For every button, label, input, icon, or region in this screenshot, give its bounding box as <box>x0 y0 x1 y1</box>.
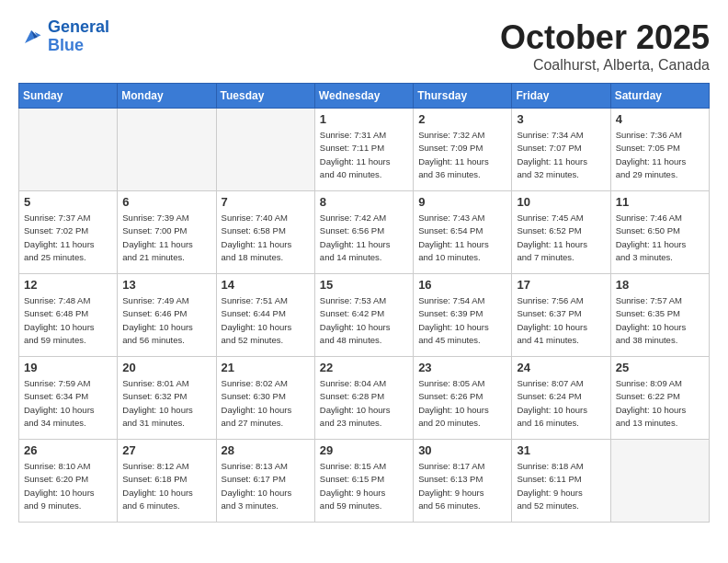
weekday-header-thursday: Thursday <box>414 84 512 109</box>
day-number: 14 <box>222 278 310 292</box>
day-number: 5 <box>24 195 112 209</box>
day-number: 9 <box>418 195 506 209</box>
calendar-cell: 19Sunrise: 7:59 AM Sunset: 6:34 PM Dayli… <box>19 357 118 440</box>
calendar-cell: 20Sunrise: 8:01 AM Sunset: 6:32 PM Dayli… <box>118 357 216 440</box>
calendar-cell: 21Sunrise: 8:02 AM Sunset: 6:30 PM Dayli… <box>216 357 314 440</box>
cell-info: Sunrise: 8:01 AM Sunset: 6:32 PM Dayligh… <box>122 377 210 430</box>
day-number: 6 <box>122 195 210 209</box>
cell-info: Sunrise: 8:15 AM Sunset: 6:15 PM Dayligh… <box>320 460 408 512</box>
weekday-header-monday: Monday <box>118 84 216 109</box>
weekday-header-saturday: Saturday <box>610 84 709 109</box>
calendar-cell: 22Sunrise: 8:04 AM Sunset: 6:28 PM Dayli… <box>314 357 413 440</box>
calendar-cell <box>216 109 314 191</box>
logo: General Blue <box>18 18 109 55</box>
weekday-header-friday: Friday <box>512 84 610 109</box>
page-header: General Blue October 2025 Coalhurst, Alb… <box>18 18 710 74</box>
cell-info: Sunrise: 8:02 AM Sunset: 6:30 PM Dayligh… <box>222 377 310 430</box>
day-number: 12 <box>24 278 112 292</box>
cell-info: Sunrise: 7:34 AM Sunset: 7:07 PM Dayligh… <box>517 129 605 181</box>
cell-info: Sunrise: 7:40 AM Sunset: 6:58 PM Dayligh… <box>222 212 310 264</box>
week-row-5: 26Sunrise: 8:10 AM Sunset: 6:20 PM Dayli… <box>19 440 710 523</box>
cell-info: Sunrise: 8:17 AM Sunset: 6:13 PM Dayligh… <box>418 460 506 512</box>
calendar-cell: 7Sunrise: 7:40 AM Sunset: 6:58 PM Daylig… <box>216 191 314 274</box>
calendar-cell: 30Sunrise: 8:17 AM Sunset: 6:13 PM Dayli… <box>414 440 512 523</box>
day-number: 29 <box>320 443 408 457</box>
day-number: 24 <box>517 361 605 374</box>
calendar-cell: 29Sunrise: 8:15 AM Sunset: 6:15 PM Dayli… <box>314 440 413 523</box>
month-title: October 2025 <box>500 18 710 57</box>
calendar-cell: 31Sunrise: 8:18 AM Sunset: 6:11 PM Dayli… <box>512 440 610 523</box>
cell-info: Sunrise: 8:04 AM Sunset: 6:28 PM Dayligh… <box>320 377 408 430</box>
day-number: 19 <box>24 361 112 374</box>
calendar-cell: 9Sunrise: 7:43 AM Sunset: 6:54 PM Daylig… <box>414 191 512 274</box>
title-block: October 2025 Coalhurst, Alberta, Canada <box>500 18 710 74</box>
calendar-cell: 4Sunrise: 7:36 AM Sunset: 7:05 PM Daylig… <box>610 109 709 191</box>
cell-info: Sunrise: 8:07 AM Sunset: 6:24 PM Dayligh… <box>517 377 605 430</box>
day-number: 2 <box>418 112 506 126</box>
cell-info: Sunrise: 7:37 AM Sunset: 7:02 PM Dayligh… <box>24 212 112 264</box>
location: Coalhurst, Alberta, Canada <box>500 57 710 74</box>
cell-info: Sunrise: 7:39 AM Sunset: 7:00 PM Dayligh… <box>122 212 210 264</box>
calendar-cell <box>610 440 709 523</box>
cell-info: Sunrise: 7:42 AM Sunset: 6:56 PM Dayligh… <box>320 212 408 264</box>
cell-info: Sunrise: 8:10 AM Sunset: 6:20 PM Dayligh… <box>24 460 112 512</box>
cell-info: Sunrise: 8:12 AM Sunset: 6:18 PM Dayligh… <box>122 460 210 512</box>
day-number: 22 <box>320 361 408 374</box>
cell-info: Sunrise: 7:49 AM Sunset: 6:46 PM Dayligh… <box>122 294 210 347</box>
cell-info: Sunrise: 7:59 AM Sunset: 6:34 PM Dayligh… <box>24 377 112 430</box>
logo-line1: General <box>48 17 109 36</box>
calendar-cell: 23Sunrise: 8:05 AM Sunset: 6:26 PM Dayli… <box>414 357 512 440</box>
week-row-2: 5Sunrise: 7:37 AM Sunset: 7:02 PM Daylig… <box>19 191 710 274</box>
cell-info: Sunrise: 7:54 AM Sunset: 6:39 PM Dayligh… <box>418 294 506 347</box>
day-number: 8 <box>320 195 408 209</box>
calendar-cell: 24Sunrise: 8:07 AM Sunset: 6:24 PM Dayli… <box>512 357 610 440</box>
week-row-3: 12Sunrise: 7:48 AM Sunset: 6:48 PM Dayli… <box>19 274 710 357</box>
calendar-cell: 14Sunrise: 7:51 AM Sunset: 6:44 PM Dayli… <box>216 274 314 357</box>
day-number: 23 <box>418 361 506 374</box>
weekday-header-row: SundayMondayTuesdayWednesdayThursdayFrid… <box>19 84 710 109</box>
cell-info: Sunrise: 7:48 AM Sunset: 6:48 PM Dayligh… <box>24 294 112 347</box>
calendar-cell: 1Sunrise: 7:31 AM Sunset: 7:11 PM Daylig… <box>314 109 413 191</box>
calendar-cell: 2Sunrise: 7:32 AM Sunset: 7:09 PM Daylig… <box>414 109 512 191</box>
calendar-cell: 15Sunrise: 7:53 AM Sunset: 6:42 PM Dayli… <box>314 274 413 357</box>
cell-info: Sunrise: 7:56 AM Sunset: 6:37 PM Dayligh… <box>517 294 605 347</box>
calendar-cell: 5Sunrise: 7:37 AM Sunset: 7:02 PM Daylig… <box>19 191 118 274</box>
day-number: 26 <box>24 443 112 457</box>
logo-line2: Blue <box>48 36 84 54</box>
cell-info: Sunrise: 8:05 AM Sunset: 6:26 PM Dayligh… <box>418 377 506 430</box>
day-number: 31 <box>517 443 605 457</box>
day-number: 17 <box>517 278 605 292</box>
day-number: 13 <box>122 278 210 292</box>
logo-icon <box>18 24 44 50</box>
calendar-cell: 3Sunrise: 7:34 AM Sunset: 7:07 PM Daylig… <box>512 109 610 191</box>
cell-info: Sunrise: 8:18 AM Sunset: 6:11 PM Dayligh… <box>517 460 605 512</box>
day-number: 27 <box>122 443 210 457</box>
cell-info: Sunrise: 7:43 AM Sunset: 6:54 PM Dayligh… <box>418 212 506 264</box>
day-number: 20 <box>122 361 210 374</box>
cell-info: Sunrise: 7:53 AM Sunset: 6:42 PM Dayligh… <box>320 294 408 347</box>
calendar-cell: 26Sunrise: 8:10 AM Sunset: 6:20 PM Dayli… <box>19 440 118 523</box>
day-number: 1 <box>320 112 408 126</box>
calendar-cell: 12Sunrise: 7:48 AM Sunset: 6:48 PM Dayli… <box>19 274 118 357</box>
cell-info: Sunrise: 7:51 AM Sunset: 6:44 PM Dayligh… <box>222 294 310 347</box>
cell-info: Sunrise: 7:46 AM Sunset: 6:50 PM Dayligh… <box>616 212 704 264</box>
logo-text: General Blue <box>48 18 109 55</box>
calendar-table: SundayMondayTuesdayWednesdayThursdayFrid… <box>18 83 710 523</box>
calendar-cell: 27Sunrise: 8:12 AM Sunset: 6:18 PM Dayli… <box>118 440 216 523</box>
calendar-cell: 10Sunrise: 7:45 AM Sunset: 6:52 PM Dayli… <box>512 191 610 274</box>
weekday-header-wednesday: Wednesday <box>314 84 413 109</box>
calendar-cell: 16Sunrise: 7:54 AM Sunset: 6:39 PM Dayli… <box>414 274 512 357</box>
week-row-1: 1Sunrise: 7:31 AM Sunset: 7:11 PM Daylig… <box>19 109 710 191</box>
cell-info: Sunrise: 7:31 AM Sunset: 7:11 PM Dayligh… <box>320 129 408 181</box>
day-number: 18 <box>616 278 704 292</box>
week-row-4: 19Sunrise: 7:59 AM Sunset: 6:34 PM Dayli… <box>19 357 710 440</box>
cell-info: Sunrise: 7:32 AM Sunset: 7:09 PM Dayligh… <box>418 129 506 181</box>
day-number: 28 <box>222 443 310 457</box>
calendar-cell <box>118 109 216 191</box>
day-number: 10 <box>517 195 605 209</box>
calendar-cell: 28Sunrise: 8:13 AM Sunset: 6:17 PM Dayli… <box>216 440 314 523</box>
cell-info: Sunrise: 7:57 AM Sunset: 6:35 PM Dayligh… <box>616 294 704 347</box>
calendar-cell: 13Sunrise: 7:49 AM Sunset: 6:46 PM Dayli… <box>118 274 216 357</box>
day-number: 21 <box>222 361 310 374</box>
day-number: 4 <box>616 112 704 126</box>
